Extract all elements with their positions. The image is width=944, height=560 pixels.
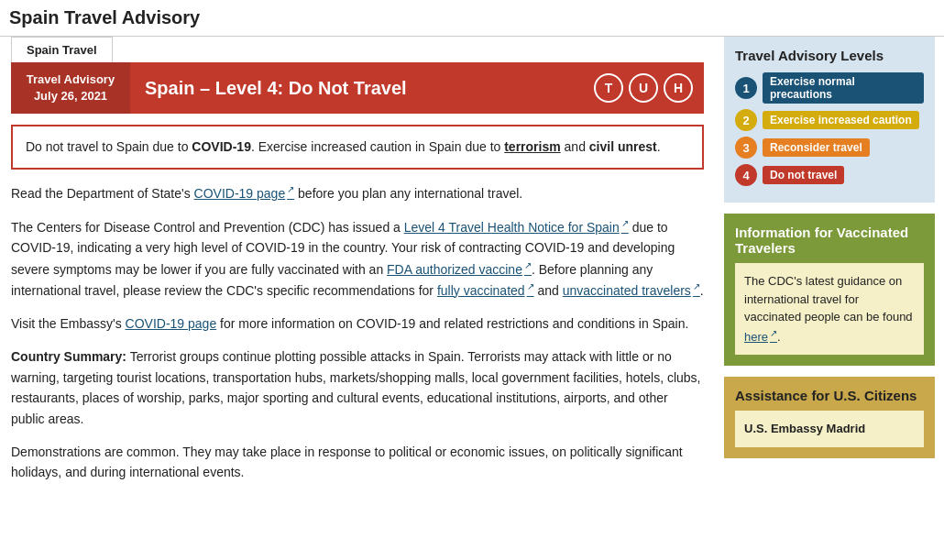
assistance-inner: U.S. Embassy Madrid (735, 411, 924, 447)
advisory-banner: Travel Advisory July 26, 2021 Spain – Le… (11, 62, 704, 114)
advisory-date-box: Travel Advisory July 26, 2021 (11, 62, 130, 114)
tab-bar: Spain Travel (11, 37, 704, 62)
assistance-box: Assistance for U.S. Citizens U.S. Embass… (724, 377, 935, 458)
vaccinated-inner: The CDC's latest guidance on internation… (735, 263, 924, 355)
level-item-1: 1 Exercise normal precautions (735, 72, 924, 104)
p2-mid3: and (534, 283, 563, 298)
alert-text-end: . (657, 139, 661, 154)
level-4-number: 4 (735, 164, 757, 186)
level-3-number: 3 (735, 137, 757, 159)
alert-text-start: Do not travel to Spain due to (26, 139, 192, 154)
alert-text-mid: . Exercise increased caution in Spain du… (251, 139, 504, 154)
p2-unvaccinated-link[interactable]: unvaccinated travelers (563, 283, 700, 298)
advisory-levels-title: Travel Advisory Levels (735, 48, 924, 63)
p3-end: for more information on COVID-19 and rel… (216, 316, 688, 331)
icon-T: T (594, 73, 623, 103)
p3-embassy-link[interactable]: COVID-19 page (126, 316, 217, 331)
level-item-3: 3 Reconsider travel (735, 137, 924, 159)
advisory-title: Spain – Level 4: Do Not Travel (130, 69, 594, 108)
level-item-4: 4 Do not travel (735, 164, 924, 186)
p2-start: The Centers for Disease Control and Prev… (11, 220, 404, 235)
advisory-date-line1: Travel Advisory (24, 71, 117, 88)
right-column: Travel Advisory Levels 1 Exercise normal… (715, 37, 944, 507)
level-1-number: 1 (735, 77, 757, 99)
vaccinated-title: Information for Vaccinated Travelers (735, 225, 924, 256)
page-title: Spain Travel Advisory (0, 0, 944, 37)
vaccinated-text-end: . (777, 330, 781, 344)
alert-box: Do not travel to Spain due to COVID-19. … (11, 125, 704, 170)
alert-covid-bold: COVID-19 (192, 139, 251, 154)
advisory-levels-box: Travel Advisory Levels 1 Exercise normal… (724, 37, 935, 203)
paragraph-3: Visit the Embassy's COVID-19 page for mo… (11, 313, 704, 334)
paragraph-2: The Centers for Disease Control and Prev… (11, 216, 704, 301)
vaccinated-text-start: The CDC's latest guidance on internation… (744, 274, 913, 324)
paragraph-5: Demonstrations are common. They may take… (11, 442, 704, 483)
p1-start: Read the Department of State's (11, 186, 194, 201)
p2-vaccinated-link[interactable]: fully vaccinated (437, 283, 534, 298)
level-3-label: Reconsider travel (763, 138, 870, 157)
p2-fda-link[interactable]: FDA authorized vaccine (387, 262, 532, 277)
p4-label: Country Summary: (11, 349, 126, 364)
vaccinated-here-link[interactable]: here (744, 330, 777, 344)
tab-main[interactable]: Spain Travel (11, 37, 113, 62)
alert-terrorism-bold: terrorism (504, 139, 560, 154)
p2-notice-link[interactable]: Level 4 Travel Health Notice for Spain (404, 220, 629, 235)
icon-H: H (664, 73, 693, 103)
level-4-label: Do not travel (763, 166, 844, 184)
icon-U: U (629, 73, 658, 103)
p1-covid-link[interactable]: COVID-19 page (194, 186, 295, 201)
p2-end: . (700, 283, 704, 298)
paragraph-4: Country Summary: Terrorist groups contin… (11, 346, 704, 429)
level-1-label: Exercise normal precautions (763, 72, 924, 104)
level-2-label: Exercise increased caution (763, 111, 919, 129)
level-2-number: 2 (735, 109, 757, 131)
alert-unrest-bold: civil unrest (589, 139, 657, 154)
vaccinated-box: Information for Vaccinated Travelers The… (724, 214, 935, 366)
assistance-title: Assistance for U.S. Citizens (735, 388, 924, 403)
paragraph-1: Read the Department of State's COVID-19 … (11, 182, 704, 203)
p1-end: before you plan any international travel… (294, 186, 522, 201)
left-column: Spain Travel Travel Advisory July 26, 20… (0, 37, 715, 507)
level-item-2: 2 Exercise increased caution (735, 109, 924, 131)
p3-start: Visit the Embassy's (11, 316, 126, 331)
advisory-date-line2: July 26, 2021 (24, 88, 117, 104)
assistance-sub: U.S. Embassy Madrid (744, 422, 865, 435)
alert-text-and: and (561, 139, 589, 154)
advisory-icons: T U H (594, 73, 704, 103)
